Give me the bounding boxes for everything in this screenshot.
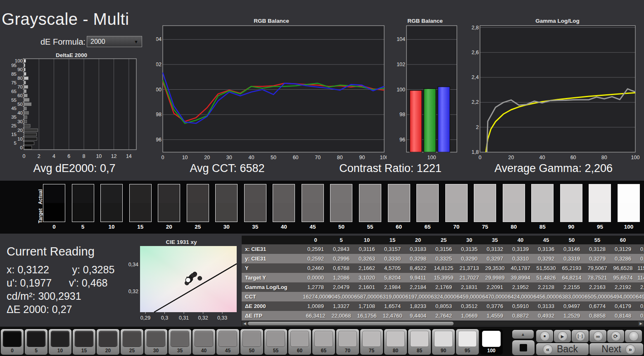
grayscale-swatch-25: 25 bbox=[187, 184, 209, 230]
scroll-right-arrow-icon[interactable]: ▶ bbox=[638, 321, 644, 326]
table-cell: 15,3959 bbox=[431, 273, 456, 282]
patch-button-40[interactable]: 40 bbox=[192, 329, 215, 355]
patch-button-75[interactable]: 75 bbox=[360, 329, 383, 355]
patch-button-100[interactable]: 100 bbox=[480, 329, 503, 355]
table-cell: 2,1831 bbox=[456, 282, 482, 292]
patch-button-35[interactable]: 35 bbox=[169, 329, 191, 355]
scrollbar-thumb[interactable] bbox=[248, 322, 454, 325]
svg-text:0: 0 bbox=[479, 155, 482, 160]
patch-button-80[interactable]: 80 bbox=[384, 329, 407, 355]
patch-button-70[interactable]: 70 bbox=[336, 329, 359, 355]
loop-button[interactable]: ∞ bbox=[589, 330, 606, 342]
chevron-left-icon: « bbox=[543, 344, 553, 354]
svg-text:14: 14 bbox=[126, 153, 132, 159]
de-formula-dropdown[interactable]: 2000 ▼ bbox=[87, 36, 142, 47]
table-cell: 0,3297 bbox=[482, 254, 508, 263]
patch-button-label: 90 bbox=[432, 348, 455, 354]
table-cell: 0,2591 bbox=[303, 244, 328, 254]
patch-button-60[interactable]: 60 bbox=[288, 329, 311, 355]
table-row: CCT16274,00009045,00006587,00006319,0000… bbox=[242, 292, 644, 301]
refresh-button[interactable]: ⟳ bbox=[607, 330, 624, 342]
patch-button-55[interactable]: 55 bbox=[264, 329, 287, 355]
patch-toolbar: 0510152025303540455055606570758085909510… bbox=[0, 327, 644, 356]
table-column-header: 30 bbox=[456, 236, 482, 244]
table-cell: 6324,0000 bbox=[431, 292, 456, 301]
patch-scroll-up-button[interactable]: ▲ bbox=[512, 330, 534, 339]
swatch-label: 10 bbox=[100, 224, 123, 230]
swatch-label: 80 bbox=[503, 224, 525, 230]
next-button[interactable]: Next » bbox=[589, 343, 643, 355]
table-horizontal-scrollbar[interactable]: ◀ ▶ bbox=[242, 321, 644, 326]
play-button[interactable]: ▶ bbox=[554, 330, 571, 342]
svg-text:100: 100 bbox=[428, 155, 436, 160]
patch-window-button[interactable] bbox=[511, 339, 535, 356]
table-cell: 40,1787 bbox=[508, 263, 533, 273]
patch-button-65[interactable]: 65 bbox=[312, 329, 335, 355]
svg-text:0: 0 bbox=[23, 153, 26, 159]
deltae-bar-85 bbox=[24, 72, 26, 76]
patch-button-90[interactable]: 90 bbox=[432, 329, 455, 355]
table-cell: 0,3183 bbox=[405, 244, 431, 254]
table-row-label: y: CIE31 bbox=[242, 254, 303, 263]
current-reading-title: Current Reading bbox=[7, 245, 95, 258]
stop-button[interactable]: ■ bbox=[536, 330, 553, 342]
svg-text:12: 12 bbox=[111, 153, 117, 159]
back-button[interactable]: « Back bbox=[536, 343, 589, 355]
patch-button-10[interactable]: 10 bbox=[49, 329, 71, 355]
stat-avg-cct: Avg CCT: 6582 bbox=[165, 162, 289, 177]
table-cell: 6383,0000 bbox=[559, 292, 585, 301]
table-cell: 0,0000 bbox=[303, 273, 328, 282]
svg-text:70: 70 bbox=[315, 155, 321, 160]
svg-text:8: 8 bbox=[83, 153, 86, 159]
grayscale-swatch-40: 40 bbox=[273, 184, 295, 230]
blank-button[interactable] bbox=[625, 330, 642, 342]
scroll-left-arrow-icon[interactable]: ◀ bbox=[242, 321, 247, 326]
patch-button-20[interactable]: 20 bbox=[97, 329, 119, 355]
table-column-header: 10 bbox=[354, 236, 380, 244]
table-row-label: ΔE 2000 bbox=[242, 301, 303, 311]
patch-button-label: 25 bbox=[121, 348, 143, 354]
patch-button-25[interactable]: 25 bbox=[121, 329, 143, 355]
svg-text:30: 30 bbox=[226, 155, 232, 160]
table-column-header: 0 bbox=[303, 236, 328, 244]
deltae-bar-75 bbox=[24, 81, 26, 84]
step-button[interactable]: [··] bbox=[572, 330, 589, 342]
grayscale-swatch-65: 65 bbox=[416, 184, 439, 230]
svg-text:55: 55 bbox=[11, 98, 17, 103]
calibration-app-window: Grayscale - Multi dE Formula: 2000 ▼ Del… bbox=[0, 0, 644, 356]
swatch-label: 100 bbox=[618, 224, 640, 230]
svg-text:1,8: 1,8 bbox=[472, 149, 479, 155]
deltae-bar-5 bbox=[24, 142, 34, 145]
table-cell: 0,3136 bbox=[533, 244, 559, 254]
table-cell: 2,1769 bbox=[431, 282, 456, 292]
svg-text:80: 80 bbox=[601, 155, 607, 160]
patch-button-5[interactable]: 5 bbox=[25, 329, 48, 355]
stop-square-icon bbox=[520, 344, 527, 351]
table-cell: 1,2086 bbox=[328, 273, 354, 282]
table-column-header: 60 bbox=[610, 236, 636, 244]
patch-button-0[interactable]: 0 bbox=[1, 329, 24, 355]
de-formula-value: 2000 bbox=[90, 38, 105, 45]
table-cell: 0,2843 bbox=[328, 244, 354, 254]
stat-average-gamma: Average Gamma: 2,206 bbox=[492, 162, 615, 177]
table-cell: 0,3128 bbox=[585, 244, 610, 254]
svg-text:2,2: 2,2 bbox=[472, 99, 479, 105]
table-cell: 0,3133 bbox=[533, 301, 559, 311]
table-cell: 0,3292 bbox=[533, 254, 559, 263]
patch-button-label: 55 bbox=[264, 348, 287, 354]
patch-button-30[interactable]: 30 bbox=[145, 329, 167, 355]
patch-button-15[interactable]: 15 bbox=[73, 329, 95, 355]
table-row: Y0,24600,67682,16624,57058,452214,812521… bbox=[242, 263, 644, 273]
table-cell: 2,1984 bbox=[380, 282, 405, 292]
patch-button-label: 80 bbox=[384, 348, 407, 354]
patch-button-50[interactable]: 50 bbox=[240, 329, 263, 355]
table-cell: 2,1952 bbox=[508, 282, 533, 292]
patch-button-45[interactable]: 45 bbox=[216, 329, 239, 355]
patch-button-95[interactable]: 95 bbox=[456, 329, 479, 355]
patch-button-label: 60 bbox=[288, 348, 311, 354]
svg-text:2,6: 2,6 bbox=[472, 50, 479, 55]
current-reading-de2000: ΔE 2000: 0,27 bbox=[7, 303, 72, 315]
svg-text:100: 100 bbox=[397, 87, 405, 93]
patch-button-85[interactable]: 85 bbox=[408, 329, 431, 355]
svg-text:0: 0 bbox=[20, 145, 23, 150]
